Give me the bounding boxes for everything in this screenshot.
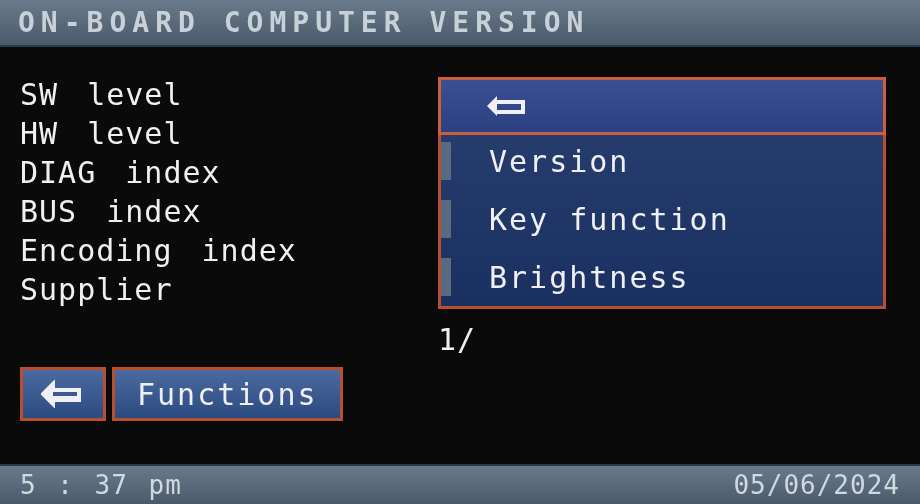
status-date: 05/06/2024 [733, 470, 900, 500]
list-item: HW level [20, 116, 297, 151]
back-icon [485, 92, 529, 120]
back-button[interactable] [20, 367, 106, 421]
page-indicator: 1/ [438, 322, 476, 357]
svg-rect-5 [495, 110, 525, 114]
list-item: BUS index [20, 194, 297, 229]
page-title: ON-BOARD COMPUTER VERSION [0, 0, 920, 47]
main-content: SW level HW level DIAG index BUS index E… [0, 47, 920, 465]
menu-item-version[interactable]: Version [441, 132, 883, 190]
svg-rect-0 [51, 388, 81, 392]
menu-item-key-function[interactable]: Key function [441, 190, 883, 248]
functions-menu: Version Key function Brightness [438, 77, 886, 309]
svg-rect-3 [495, 100, 525, 104]
list-item: Supplier [20, 272, 297, 307]
menu-item-brightness[interactable]: Brightness [441, 248, 883, 306]
list-item: Encoding index [20, 233, 297, 268]
menu-item-back[interactable] [438, 77, 886, 135]
back-icon [41, 380, 85, 408]
status-bar: 5 : 37 pm 05/06/2024 [0, 464, 920, 504]
status-time: 5 : 37 pm [20, 470, 182, 500]
info-list: SW level HW level DIAG index BUS index E… [20, 77, 297, 307]
functions-button[interactable]: Functions [112, 367, 343, 421]
list-item: DIAG index [20, 155, 297, 190]
bottom-nav: Functions [20, 367, 343, 421]
list-item: SW level [20, 77, 297, 112]
svg-rect-2 [51, 398, 81, 402]
